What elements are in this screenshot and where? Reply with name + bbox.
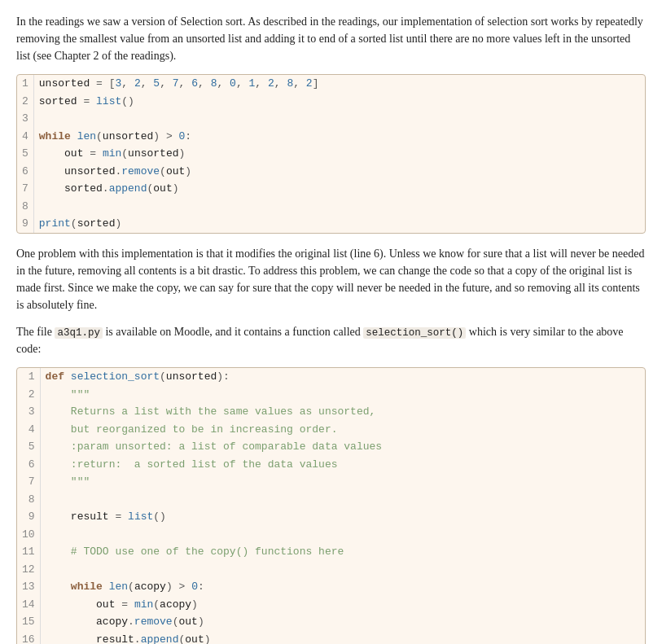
- table-row: 11 # TODO use one of the copy() function…: [17, 543, 645, 561]
- line-number: 9: [17, 508, 40, 526]
- code-table-1: 1 unsorted = [3, 2, 5, 7, 6, 8, 0, 1, 2,…: [17, 75, 645, 233]
- table-row: 2 """: [17, 386, 645, 404]
- code-table-2: 1 def selection_sort(unsorted): 2 """ 3 …: [17, 368, 645, 644]
- line-number: 7: [17, 180, 33, 198]
- line-number: 11: [17, 543, 40, 561]
- line-number: 3: [17, 403, 40, 421]
- table-row: 13 while len(acopy) > 0:: [17, 578, 645, 596]
- line-number: 5: [17, 145, 33, 163]
- table-row: 7 sorted.append(out): [17, 180, 645, 198]
- code-line: """: [40, 386, 645, 404]
- code-line: sorted = list(): [33, 93, 645, 111]
- table-row: 4 but reorganized to be in increasing or…: [17, 421, 645, 439]
- line-number: 1: [17, 368, 40, 386]
- table-row: 6 unsorted.remove(out): [17, 163, 645, 181]
- code-line: Returns a list with the same values as u…: [40, 403, 645, 421]
- line-number: 5: [17, 438, 40, 456]
- code-line: unsorted = [3, 2, 5, 7, 6, 8, 0, 1, 2, 8…: [33, 75, 645, 93]
- code-line: out = min(unsorted): [33, 145, 645, 163]
- line-number: 4: [17, 128, 33, 146]
- table-row: 9 print(sorted): [17, 215, 645, 233]
- line-number: 10: [17, 526, 40, 544]
- line-number: 1: [17, 75, 33, 93]
- code-line: result = list(): [40, 508, 645, 526]
- code-line: acopy.remove(out): [40, 613, 645, 631]
- table-row: 9 result = list(): [17, 508, 645, 526]
- table-row: 16 result.append(out): [17, 631, 645, 644]
- code-line: [40, 491, 645, 509]
- table-row: 12: [17, 561, 645, 579]
- line-number: 7: [17, 473, 40, 491]
- line-number: 13: [17, 578, 40, 596]
- code-line: out = min(acopy): [40, 596, 645, 614]
- table-row: 8: [17, 491, 645, 509]
- line-number: 8: [17, 491, 40, 509]
- line-number: 12: [17, 561, 40, 579]
- code-line: while len(acopy) > 0:: [40, 578, 645, 596]
- table-row: 1 def selection_sort(unsorted):: [17, 368, 645, 386]
- table-row: 1 unsorted = [3, 2, 5, 7, 6, 8, 0, 1, 2,…: [17, 75, 645, 93]
- code-line: result.append(out): [40, 631, 645, 644]
- table-row: 2 sorted = list(): [17, 93, 645, 111]
- code-line: but reorganized to be in increasing orde…: [40, 421, 645, 439]
- line-number: 9: [17, 215, 33, 233]
- table-row: 3: [17, 110, 645, 128]
- line-number: 8: [17, 198, 33, 216]
- code-line: print(sorted): [33, 215, 645, 233]
- function-inline: selection_sort(): [363, 327, 466, 339]
- code-line: :param unsorted: a list of comparable da…: [40, 438, 645, 456]
- code-line: [33, 110, 645, 128]
- code-line: """: [40, 473, 645, 491]
- line-number: 3: [17, 110, 33, 128]
- code-block-2: 1 def selection_sort(unsorted): 2 """ 3 …: [16, 367, 646, 644]
- table-row: 5 out = min(unsorted): [17, 145, 645, 163]
- line-number: 6: [17, 163, 33, 181]
- table-row: 6 :return: a sorted list of the data val…: [17, 456, 645, 474]
- code-block-1: 1 unsorted = [3, 2, 5, 7, 6, 8, 0, 1, 2,…: [16, 74, 646, 234]
- filename-inline: a3q1.py: [55, 327, 103, 339]
- code-line: while len(unsorted) > 0:: [33, 128, 645, 146]
- table-row: 4 while len(unsorted) > 0:: [17, 128, 645, 146]
- table-row: 8: [17, 198, 645, 216]
- code-line: [33, 198, 645, 216]
- line-number: 14: [17, 596, 40, 614]
- middle-paragraph-2: The file a3q1.py is available on Moodle,…: [16, 323, 646, 358]
- code-line: unsorted.remove(out): [33, 163, 645, 181]
- code-line: [40, 561, 645, 579]
- line-number: 2: [17, 386, 40, 404]
- middle-paragraph-1: One problem with this implementation is …: [16, 245, 646, 313]
- table-row: 10: [17, 526, 645, 544]
- line-number: 2: [17, 93, 33, 111]
- table-row: 3 Returns a list with the same values as…: [17, 403, 645, 421]
- table-row: 15 acopy.remove(out): [17, 613, 645, 631]
- intro-paragraph: In the readings we saw a version of Sele…: [16, 13, 646, 64]
- line-number: 15: [17, 613, 40, 631]
- code-line: sorted.append(out): [33, 180, 645, 198]
- code-line: [40, 526, 645, 544]
- line-number: 16: [17, 631, 40, 644]
- code-line: :return: a sorted list of the data value…: [40, 456, 645, 474]
- table-row: 5 :param unsorted: a list of comparable …: [17, 438, 645, 456]
- table-row: 7 """: [17, 473, 645, 491]
- code-line: # TODO use one of the copy() functions h…: [40, 543, 645, 561]
- code-line: def selection_sort(unsorted):: [40, 368, 645, 386]
- table-row: 14 out = min(acopy): [17, 596, 645, 614]
- line-number: 4: [17, 421, 40, 439]
- line-number: 6: [17, 456, 40, 474]
